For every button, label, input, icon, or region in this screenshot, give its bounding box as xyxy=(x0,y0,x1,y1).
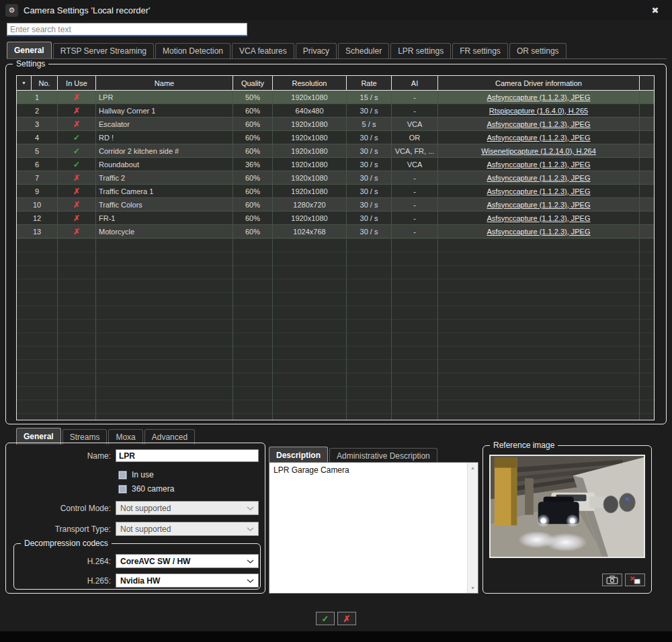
cell: 9 xyxy=(17,185,58,197)
search-input[interactable] xyxy=(7,23,247,36)
cell: 60% xyxy=(233,171,273,184)
close-icon[interactable]: ✖ xyxy=(649,4,661,16)
table-row-camera-7[interactable]: 7✗Traffic 260%1920x108030 / s-Asfsynccap… xyxy=(17,171,654,185)
description-scrollbar[interactable]: ▲ ▼ xyxy=(467,463,478,593)
camera-360-checkbox-row[interactable]: 360 camera xyxy=(118,484,174,494)
table-row-camera-1[interactable]: 1✗LPR50%1920x108015 / s-Asfsynccapture (… xyxy=(17,91,654,104)
in-use-checkbox[interactable] xyxy=(118,471,127,479)
tab-vca-features[interactable]: VCA features xyxy=(232,43,294,58)
cell: Escalator xyxy=(96,118,233,130)
cell: Traffic 2 xyxy=(96,171,233,184)
description-tabstrip: DescriptionAdministrative Description xyxy=(269,447,439,463)
control-mode-select[interactable]: Not supported xyxy=(116,501,259,515)
column-header-ai[interactable]: AI xyxy=(392,76,438,90)
title-bar: ⚙ Camera Settings 'Local recorder' ✖ xyxy=(0,0,672,20)
table-row-camera-6[interactable]: 6✓Roundabout36%1920x108030 / sVCAAsfsync… xyxy=(17,158,654,171)
cell: 30 / s xyxy=(347,144,392,157)
cell-in-use: ✓ xyxy=(58,144,96,157)
tab-privacy[interactable]: Privacy xyxy=(296,43,337,58)
column-header-in-use[interactable]: In Use xyxy=(58,76,96,90)
in-use-checkbox-row[interactable]: In use xyxy=(118,470,154,479)
cell: 60% xyxy=(233,225,273,238)
column-header-resolution[interactable]: Resolution xyxy=(273,76,347,90)
h265-codec-select[interactable]: Nvidia HW xyxy=(116,574,259,588)
column-header-quality[interactable]: Quality xyxy=(233,76,273,90)
tab-lpr-settings[interactable]: LPR settings xyxy=(390,43,451,58)
cell: 1920x1080 xyxy=(273,171,347,184)
sort-indicator-icon[interactable]: ▼ xyxy=(17,76,32,90)
column-header-camera-driver-information[interactable]: Camera Driver information xyxy=(438,76,640,90)
table-row-camera-4[interactable]: 4✓RD !60%1920x108030 / sORAsfsynccapture… xyxy=(17,131,654,144)
cancel-button[interactable]: ✗ xyxy=(337,612,356,625)
column-header-name[interactable]: Name xyxy=(96,76,233,90)
cell xyxy=(640,104,654,117)
camera-driver-link[interactable]: Asfsynccapture (1.1.2.3), JPEG xyxy=(487,134,590,142)
cell xyxy=(640,131,654,144)
cell: 1920x1080 xyxy=(273,91,347,103)
camera-table: ▼No.In UseNameQualityResolutionRateAICam… xyxy=(16,75,655,420)
cell-driver: Wisenetipcapture (1.2.14.0), H.264 xyxy=(438,144,640,157)
cell: OR xyxy=(392,131,438,144)
tab-general[interactable]: General xyxy=(7,42,52,58)
cell: 6 xyxy=(17,158,58,171)
snapshot-button[interactable] xyxy=(602,574,622,586)
chevron-down-icon xyxy=(247,526,254,532)
table-row-camera-13[interactable]: 13✗Motorcycle60%1024x76830 / s-Asfsyncca… xyxy=(17,225,654,238)
column-header-rate[interactable]: Rate xyxy=(347,76,392,90)
camera-driver-link[interactable]: Asfsynccapture (1.1.2.3), JPEG xyxy=(487,120,590,128)
tab-or-settings[interactable]: OR settings xyxy=(509,43,566,58)
cell: 5 xyxy=(17,144,58,157)
cell-in-use: ✗ xyxy=(58,91,96,103)
empty-column xyxy=(347,238,392,420)
camera-driver-link[interactable]: Asfsynccapture (1.1.2.3), JPEG xyxy=(487,187,590,195)
cell-driver: Asfsynccapture (1.1.2.3), JPEG xyxy=(438,171,640,184)
empty-column xyxy=(438,238,640,420)
h265-codec-value: Nvidia HW xyxy=(120,576,160,586)
cell: VCA xyxy=(392,158,438,171)
cell: - xyxy=(392,212,438,224)
camera-driver-link[interactable]: Asfsynccapture (1.1.2.3), JPEG xyxy=(487,160,590,169)
cell: 30 / s xyxy=(347,185,392,197)
in-use-cross-icon: ✗ xyxy=(73,173,80,183)
camera-name-input[interactable] xyxy=(116,449,259,462)
transport-type-select[interactable]: Not supported xyxy=(116,522,259,536)
delete-image-button[interactable] xyxy=(625,574,645,586)
camera-driver-link[interactable]: Asfsynccapture (1.1.2.3), JPEG xyxy=(487,228,590,236)
table-row-camera-3[interactable]: 3✗Escalator60%1920x10805 / sVCAAsfsyncca… xyxy=(17,118,654,131)
camera-driver-link[interactable]: Asfsynccapture (1.1.2.3), JPEG xyxy=(487,93,590,101)
scroll-down-icon[interactable]: ▼ xyxy=(468,583,478,593)
in-use-cross-icon: ✗ xyxy=(73,187,80,196)
camera-driver-link[interactable]: Rtspipcapture (1.6.4.0), H.265 xyxy=(489,107,588,115)
camera-icon xyxy=(606,576,618,584)
cell: 30 / s xyxy=(347,198,392,211)
tab-scheduler[interactable]: Scheduler xyxy=(338,43,389,58)
camera-driver-link[interactable]: Wisenetipcapture (1.2.14.0), H.264 xyxy=(481,147,596,155)
table-row-camera-9[interactable]: 9✗Traffic Camera 160%1920x108030 / s-Asf… xyxy=(17,185,654,198)
column-header-no[interactable]: ▼No. xyxy=(17,76,58,90)
ok-button[interactable]: ✓ xyxy=(316,612,335,625)
cell-in-use: ✗ xyxy=(58,104,96,117)
cell: 1920x1080 xyxy=(273,131,347,144)
table-row-camera-5[interactable]: 5✓Corridor 2 kitchen side #60%1920x10803… xyxy=(17,144,654,158)
h264-codec-select[interactable]: CoreAVC SW / HW xyxy=(116,554,259,568)
tab-rtsp-server-streaming[interactable]: RTSP Server Streaming xyxy=(53,43,154,58)
camera-360-checkbox[interactable] xyxy=(118,485,127,494)
table-row-camera-12[interactable]: 12✗FR-160%1920x108030 / s-Asfsynccapture… xyxy=(17,212,654,225)
cell: 3 xyxy=(17,118,58,130)
cell: 1280x720 xyxy=(273,198,347,211)
desc-tab-description[interactable]: Description xyxy=(269,447,328,463)
camera-driver-link[interactable]: Asfsynccapture (1.1.2.3), JPEG xyxy=(487,214,590,222)
cell xyxy=(640,144,654,157)
desc-tab-administrative-description[interactable]: Administrative Description xyxy=(329,448,437,463)
camera-driver-link[interactable]: Asfsynccapture (1.1.2.3), JPEG xyxy=(487,174,590,182)
table-row-camera-10[interactable]: 10✗Traffic Colors60%1280x72030 / s-Asfsy… xyxy=(17,198,654,212)
h265-label: H.265: xyxy=(24,576,111,586)
scroll-up-icon[interactable]: ▲ xyxy=(468,463,478,473)
cell: - xyxy=(392,198,438,211)
cell: 60% xyxy=(233,198,273,211)
tab-fr-settings[interactable]: FR settings xyxy=(452,43,508,58)
table-row-camera-2[interactable]: 2✗Hallway Corner 160%640x48030 / s-Rtspi… xyxy=(17,104,654,118)
description-textarea[interactable]: LPR Garage Camera xyxy=(269,463,467,593)
tab-motion-detection[interactable]: Motion Detection xyxy=(155,43,230,58)
camera-driver-link[interactable]: Asfsynccapture (1.1.2.3), JPEG xyxy=(487,201,590,209)
